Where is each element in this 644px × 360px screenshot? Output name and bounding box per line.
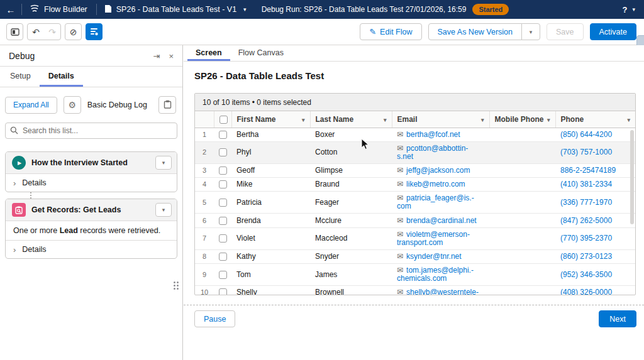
- select-tool-button[interactable]: [6, 23, 23, 40]
- email-link[interactable]: jeffg@jackson.com: [406, 166, 470, 175]
- cell-last-name: Feager: [310, 192, 392, 214]
- column-last-name[interactable]: Last Name▾: [310, 111, 392, 128]
- tab-flow-canvas[interactable]: Flow Canvas: [230, 45, 292, 61]
- save-as-new-version-button[interactable]: Save As New Version: [428, 23, 523, 40]
- row-checkbox[interactable]: [219, 199, 227, 207]
- email-link[interactable]: bertha@fcof.net: [406, 130, 460, 139]
- chevron-down-icon[interactable]: ▾: [547, 117, 550, 123]
- email-link[interactable]: pcotton@abbottin- s.net: [397, 144, 468, 161]
- get-records-icon: [12, 203, 26, 217]
- email-link[interactable]: patricia_feager@is.- com: [397, 194, 474, 210]
- envelope-icon: ✉: [397, 194, 403, 202]
- email-link[interactable]: ksynder@tnr.net: [406, 252, 462, 261]
- cancel-debug-button[interactable]: ⊘: [65, 23, 82, 40]
- row-checkbox[interactable]: [219, 253, 227, 261]
- phone-link[interactable]: (703) 757-1000: [560, 148, 612, 156]
- table-row[interactable]: 7 Violet Maccleod ✉violetm@emerson- tran…: [195, 227, 635, 249]
- tab-details[interactable]: Details: [40, 67, 83, 87]
- tab-setup[interactable]: Setup: [1, 67, 40, 87]
- chevron-down-icon[interactable]: ▾: [627, 117, 630, 123]
- row-checkbox[interactable]: [219, 131, 227, 139]
- copy-log-button[interactable]: [158, 96, 176, 114]
- pause-button[interactable]: Pause: [194, 310, 235, 327]
- phone-link[interactable]: (408) 326-0000: [560, 288, 612, 295]
- phone-link[interactable]: (850) 644-4200: [560, 130, 612, 139]
- debug-log-toggle-button[interactable]: [86, 23, 103, 40]
- envelope-icon: ✉: [397, 252, 403, 261]
- phone-link[interactable]: (336) 777-1970: [560, 198, 612, 207]
- email-link[interactable]: violetm@emerson- transport.com: [397, 230, 470, 247]
- back-icon[interactable]: ←: [0, 4, 21, 15]
- column-mobile-phone[interactable]: Mobile Phone▾: [489, 111, 555, 128]
- row-checkbox[interactable]: [219, 148, 227, 156]
- email-link[interactable]: tom.james@delphi.- chemicals.com: [397, 266, 474, 283]
- table-row[interactable]: 6 Brenda Mcclure ✉brenda@cardinal.net (8…: [195, 214, 635, 227]
- pin-panel-icon[interactable]: ⇥: [153, 52, 160, 61]
- details-expander[interactable]: › Details: [6, 240, 177, 258]
- email-link[interactable]: likeb@metro.com: [406, 180, 465, 188]
- tab-screen[interactable]: Screen: [187, 45, 230, 61]
- table-row[interactable]: 10 Shelly Brownell ✉shellyb@westerntele-…: [195, 286, 635, 295]
- phone-link[interactable]: 886-2-25474189: [560, 166, 616, 175]
- row-checkbox[interactable]: [219, 288, 227, 295]
- details-expander[interactable]: › Details: [6, 173, 177, 192]
- table-row[interactable]: 3 Geoff Glimpse ✉jeffg@jackson.com 886-2…: [195, 163, 635, 177]
- table-row[interactable]: 5 Patricia Feager ✉patricia_feager@is.- …: [195, 192, 635, 214]
- row-checkbox[interactable]: [219, 180, 227, 188]
- cell-first-name: Tom: [231, 264, 310, 286]
- chevron-down-icon: ▾: [632, 6, 635, 13]
- email-link[interactable]: shellyb@westerntele-: [406, 288, 479, 295]
- flow-title-menu[interactable]: SP26 - Data Table Leads Test - V1 ▾: [97, 4, 253, 15]
- panel-resize-handle[interactable]: [174, 281, 180, 290]
- cell-last-name: Glimpse: [310, 163, 392, 177]
- cell-email: ✉likeb@metro.com: [392, 178, 489, 192]
- select-all-checkbox[interactable]: [219, 116, 228, 124]
- column-email[interactable]: Email▾: [392, 111, 489, 128]
- search-input[interactable]: [5, 123, 177, 139]
- redo-icon[interactable]: ↷: [44, 27, 60, 37]
- chevron-down-icon: ▾: [162, 160, 165, 166]
- card-dropdown-button[interactable]: ▾: [155, 203, 172, 217]
- email-link[interactable]: brenda@cardinal.net: [406, 216, 477, 225]
- column-phone[interactable]: Phone▾: [555, 111, 635, 128]
- activate-button[interactable]: Activate: [590, 23, 636, 40]
- expand-all-button[interactable]: Expand All: [5, 97, 57, 114]
- debug-settings-button[interactable]: ⚙: [64, 96, 81, 114]
- next-button[interactable]: Next: [599, 310, 636, 327]
- help-menu[interactable]: ? ▾: [623, 5, 644, 14]
- save-as-dropdown-button[interactable]: ▾: [521, 23, 540, 40]
- chevron-down-icon: ▾: [162, 207, 165, 213]
- cell-mobile-phone: [489, 286, 555, 295]
- table-row[interactable]: 8 Kathy Snyder ✉ksynder@tnr.net (860) 27…: [195, 249, 635, 263]
- table-scrollbar[interactable]: [630, 130, 634, 224]
- cell-phone: (770) 395-2370: [555, 227, 635, 249]
- close-icon[interactable]: ×: [169, 52, 174, 61]
- cell-phone: (860) 273-0123: [555, 249, 635, 263]
- row-checkbox[interactable]: [219, 217, 227, 225]
- table-row[interactable]: 1 Bertha Boxer ✉bertha@fcof.net (850) 64…: [195, 128, 635, 141]
- cell-last-name: Maccleod: [310, 227, 392, 249]
- phone-link[interactable]: (847) 262-5000: [560, 216, 612, 225]
- cell-last-name: Mcclure: [310, 214, 392, 227]
- phone-link[interactable]: (860) 273-0123: [560, 252, 612, 261]
- save-button[interactable]: Save: [547, 23, 584, 40]
- cell-first-name: Patricia: [231, 192, 310, 214]
- chevron-down-icon[interactable]: ▾: [384, 117, 387, 123]
- phone-link[interactable]: (410) 381-2334: [560, 180, 612, 188]
- row-checkbox[interactable]: [219, 166, 227, 175]
- row-checkbox[interactable]: [219, 234, 227, 243]
- phone-link[interactable]: (952) 346-3500: [560, 270, 612, 279]
- table-row[interactable]: 4 Mike Braund ✉likeb@metro.com (410) 381…: [195, 178, 635, 192]
- undo-icon[interactable]: ↶: [28, 27, 44, 37]
- edit-flow-button[interactable]: ✎ Edit Flow: [360, 23, 421, 40]
- row-checkbox[interactable]: [219, 271, 227, 279]
- card-dropdown-button[interactable]: ▾: [155, 156, 172, 170]
- phone-link[interactable]: (770) 395-2370: [560, 234, 612, 243]
- table-row[interactable]: 2 Phyl Cotton ✉pcotton@abbottin- s.net (…: [195, 141, 635, 163]
- table-row[interactable]: 9 Tom James ✉tom.james@delphi.- chemical…: [195, 264, 635, 286]
- status-badge: Started: [472, 4, 509, 15]
- column-first-name[interactable]: First Name▾: [231, 111, 310, 128]
- chevron-down-icon[interactable]: ▾: [481, 117, 484, 123]
- chevron-down-icon[interactable]: ▾: [302, 117, 305, 123]
- debug-panel-header: Debug ⇥ ×: [0, 45, 182, 67]
